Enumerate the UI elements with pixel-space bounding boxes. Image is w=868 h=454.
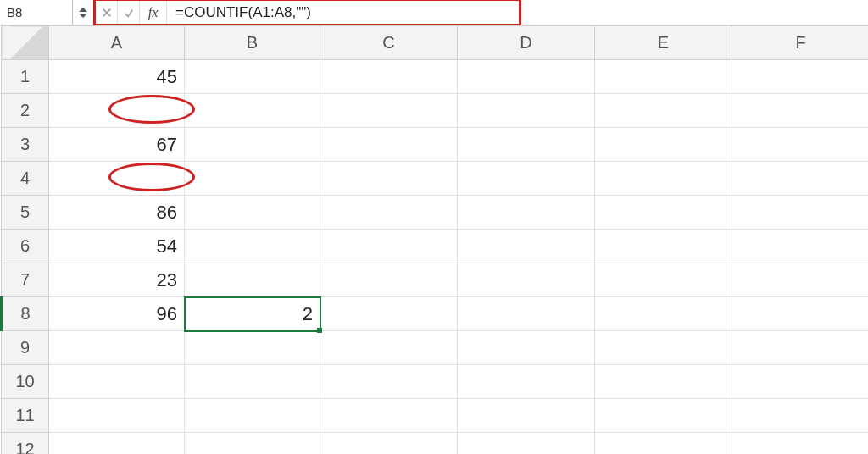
- cell-b6[interactable]: [185, 230, 320, 263]
- cell-e2[interactable]: [595, 94, 732, 128]
- cell-d6[interactable]: [458, 230, 595, 263]
- cell-b8[interactable]: 2: [185, 297, 320, 331]
- cell-a5[interactable]: 86: [49, 196, 185, 230]
- row-header-12[interactable]: 12: [2, 433, 49, 455]
- cancel-formula-button[interactable]: [96, 1, 118, 24]
- cell-c11[interactable]: [320, 399, 458, 433]
- cell-d11[interactable]: [458, 399, 595, 433]
- cell-a8[interactable]: 96: [49, 297, 185, 331]
- cell-a11[interactable]: [49, 399, 185, 433]
- cell-f7[interactable]: [732, 263, 869, 297]
- col-header-c[interactable]: C: [320, 26, 458, 60]
- col-header-d[interactable]: D: [458, 26, 595, 60]
- cell-d5[interactable]: [458, 196, 595, 230]
- cell-e9[interactable]: [595, 331, 732, 365]
- cell-d10[interactable]: [458, 365, 595, 399]
- cell-e6[interactable]: [595, 230, 732, 263]
- cell-f5[interactable]: [732, 196, 869, 230]
- cell-a3[interactable]: 67: [49, 128, 185, 162]
- row-header-6[interactable]: 6: [2, 230, 49, 263]
- cell-e7[interactable]: [595, 263, 732, 297]
- cell-c2[interactable]: [320, 94, 458, 128]
- cell-a1[interactable]: 45: [49, 60, 185, 94]
- row-header-4[interactable]: 4: [2, 162, 49, 196]
- cell-a7[interactable]: 23: [49, 263, 185, 297]
- cell-d8[interactable]: [458, 297, 595, 331]
- spinner-down-icon[interactable]: [79, 14, 87, 18]
- cell-a6[interactable]: 54: [49, 230, 185, 263]
- cell-d12[interactable]: [458, 433, 595, 455]
- cell-d9[interactable]: [458, 331, 595, 365]
- cell-f4[interactable]: [732, 162, 869, 196]
- table-row: 12: [2, 433, 869, 455]
- cell-d3[interactable]: [458, 128, 595, 162]
- col-header-a[interactable]: A: [49, 26, 185, 60]
- row-header-10[interactable]: 10: [2, 365, 49, 399]
- cell-f11[interactable]: [732, 399, 869, 433]
- cell-c6[interactable]: [320, 230, 458, 263]
- cell-c5[interactable]: [320, 196, 458, 230]
- cell-b9[interactable]: [185, 331, 320, 365]
- col-header-f[interactable]: F: [732, 26, 869, 60]
- cell-f10[interactable]: [732, 365, 869, 399]
- cell-c9[interactable]: [320, 331, 458, 365]
- insert-function-button[interactable]: fx: [140, 1, 167, 24]
- cell-c1[interactable]: [320, 60, 458, 94]
- cell-b1[interactable]: [185, 60, 320, 94]
- cell-e1[interactable]: [595, 60, 732, 94]
- row-header-1[interactable]: 1: [2, 60, 49, 94]
- name-box-spinner[interactable]: [73, 0, 93, 25]
- cell-e12[interactable]: [595, 433, 732, 455]
- cell-b7[interactable]: [185, 263, 320, 297]
- cell-e4[interactable]: [595, 162, 732, 196]
- name-box[interactable]: B8: [0, 0, 73, 25]
- cell-c7[interactable]: [320, 263, 458, 297]
- cell-f8[interactable]: [732, 297, 869, 331]
- row-header-3[interactable]: 3: [2, 128, 49, 162]
- cell-e3[interactable]: [595, 128, 732, 162]
- cell-f6[interactable]: [732, 230, 869, 263]
- cell-b5[interactable]: [185, 196, 320, 230]
- select-all-corner[interactable]: [2, 26, 49, 60]
- formula-input[interactable]: [167, 4, 519, 21]
- cell-a10[interactable]: [49, 365, 185, 399]
- cell-e11[interactable]: [595, 399, 732, 433]
- cell-f9[interactable]: [732, 331, 869, 365]
- cell-f1[interactable]: [732, 60, 869, 94]
- cell-f3[interactable]: [732, 128, 869, 162]
- col-header-e[interactable]: E: [595, 26, 732, 60]
- cell-f12[interactable]: [732, 433, 869, 455]
- cell-c10[interactable]: [320, 365, 458, 399]
- cell-b12[interactable]: [185, 433, 320, 455]
- cell-f2[interactable]: [732, 94, 869, 128]
- cell-b11[interactable]: [185, 399, 320, 433]
- cell-e10[interactable]: [595, 365, 732, 399]
- spinner-up-icon[interactable]: [79, 8, 87, 12]
- cell-c8[interactable]: [320, 297, 458, 331]
- cell-d2[interactable]: [458, 94, 595, 128]
- cell-c4[interactable]: [320, 162, 458, 196]
- cell-e5[interactable]: [595, 196, 732, 230]
- row-header-5[interactable]: 5: [2, 196, 49, 230]
- row-header-7[interactable]: 7: [2, 263, 49, 297]
- cell-a12[interactable]: [49, 433, 185, 455]
- cell-a4[interactable]: [49, 162, 185, 196]
- cell-c3[interactable]: [320, 128, 458, 162]
- row-header-8[interactable]: 8: [2, 297, 49, 331]
- cell-c12[interactable]: [320, 433, 458, 455]
- cell-b3[interactable]: [185, 128, 320, 162]
- cell-b4[interactable]: [185, 162, 320, 196]
- col-header-b[interactable]: B: [185, 26, 320, 60]
- cell-a2[interactable]: [49, 94, 185, 128]
- cell-e8[interactable]: [595, 297, 732, 331]
- cell-d7[interactable]: [458, 263, 595, 297]
- row-header-2[interactable]: 2: [2, 94, 49, 128]
- cell-b2[interactable]: [185, 94, 320, 128]
- cell-a9[interactable]: [49, 331, 185, 365]
- cell-d1[interactable]: [458, 60, 595, 94]
- cell-d4[interactable]: [458, 162, 595, 196]
- accept-formula-button[interactable]: [118, 1, 140, 24]
- row-header-9[interactable]: 9: [2, 331, 49, 365]
- row-header-11[interactable]: 11: [2, 399, 49, 433]
- cell-b10[interactable]: [185, 365, 320, 399]
